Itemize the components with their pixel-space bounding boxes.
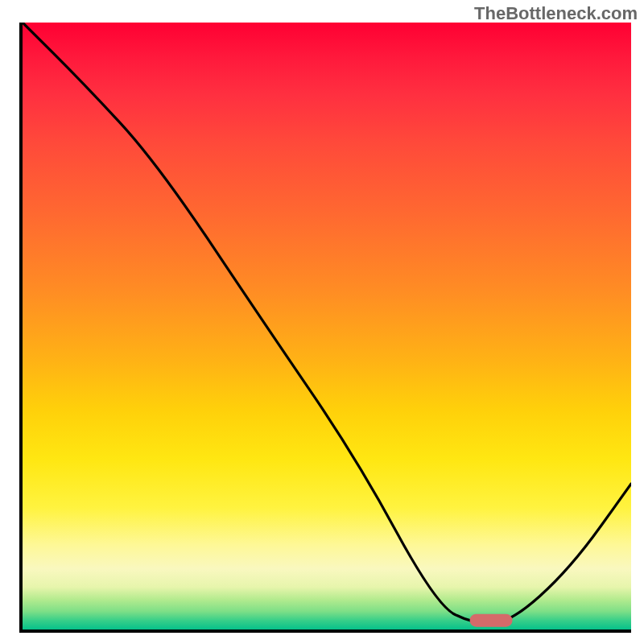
- plot-area: [23, 23, 631, 630]
- bottleneck-curve-path: [23, 23, 631, 624]
- curve-svg: [23, 23, 631, 630]
- watermark-text: TheBottleneck.com: [474, 3, 638, 24]
- chart-container: TheBottleneck.com: [0, 0, 644, 644]
- optimal-range-marker: [470, 613, 513, 627]
